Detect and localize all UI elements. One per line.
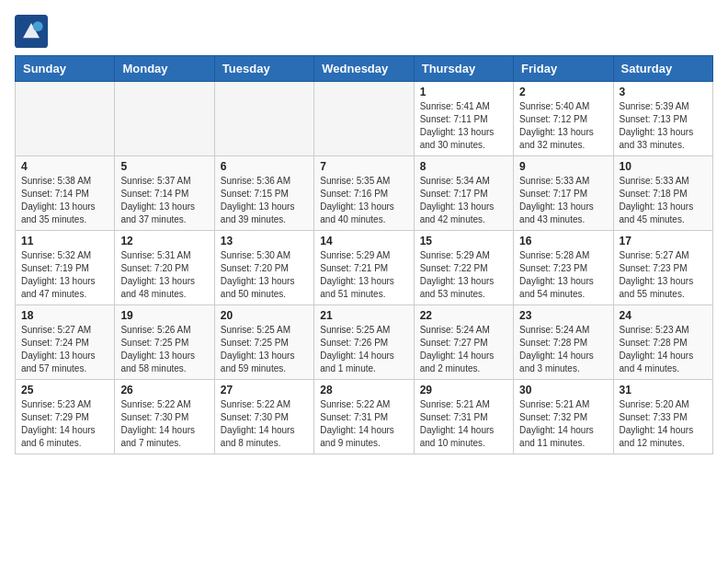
day-info: Sunrise: 5:34 AM Sunset: 7:17 PM Dayligh… (420, 175, 507, 226)
calendar-week-5: 25Sunrise: 5:23 AM Sunset: 7:29 PM Dayli… (16, 380, 713, 454)
calendar-cell: 29Sunrise: 5:21 AM Sunset: 7:31 PM Dayli… (414, 380, 513, 454)
day-number: 23 (519, 309, 607, 322)
calendar-cell: 13Sunrise: 5:30 AM Sunset: 7:20 PM Dayli… (214, 231, 313, 305)
day-info: Sunrise: 5:24 AM Sunset: 7:27 PM Dayligh… (420, 324, 507, 375)
calendar-cell: 25Sunrise: 5:23 AM Sunset: 7:29 PM Dayli… (16, 380, 115, 454)
calendar-header-saturday: Saturday (613, 56, 712, 82)
day-number: 1 (420, 86, 507, 98)
calendar-header-thursday: Thursday (414, 56, 513, 82)
calendar-cell: 20Sunrise: 5:25 AM Sunset: 7:25 PM Dayli… (214, 305, 313, 380)
calendar-cell: 3Sunrise: 5:39 AM Sunset: 7:13 PM Daylig… (613, 82, 712, 156)
calendar-cell: 31Sunrise: 5:20 AM Sunset: 7:33 PM Dayli… (613, 380, 712, 454)
day-info: Sunrise: 5:39 AM Sunset: 7:13 PM Dayligh… (620, 100, 707, 152)
calendar-header-monday: Monday (115, 56, 214, 82)
day-info: Sunrise: 5:28 AM Sunset: 7:23 PM Dayligh… (519, 249, 607, 301)
day-number: 11 (21, 235, 108, 247)
calendar-cell: 4Sunrise: 5:38 AM Sunset: 7:14 PM Daylig… (16, 156, 115, 231)
day-info: Sunrise: 5:25 AM Sunset: 7:25 PM Dayligh… (221, 324, 308, 375)
day-info: Sunrise: 5:26 AM Sunset: 7:25 PM Dayligh… (120, 324, 208, 375)
day-info: Sunrise: 5:35 AM Sunset: 7:16 PM Dayligh… (320, 175, 407, 226)
day-info: Sunrise: 5:41 AM Sunset: 7:11 PM Dayligh… (420, 100, 507, 152)
calendar-week-1: 1Sunrise: 5:41 AM Sunset: 7:11 PM Daylig… (16, 82, 713, 156)
calendar-cell (115, 82, 214, 156)
day-number: 7 (320, 160, 407, 173)
calendar-header-wednesday: Wednesday (314, 56, 414, 82)
day-number: 15 (420, 235, 507, 247)
day-info: Sunrise: 5:36 AM Sunset: 7:15 PM Dayligh… (221, 175, 308, 226)
calendar-header-tuesday: Tuesday (214, 56, 313, 82)
calendar-cell: 17Sunrise: 5:27 AM Sunset: 7:23 PM Dayli… (613, 231, 712, 305)
day-number: 3 (620, 86, 707, 98)
calendar-cell: 7Sunrise: 5:35 AM Sunset: 7:16 PM Daylig… (314, 156, 414, 231)
day-number: 26 (120, 384, 208, 396)
calendar-cell: 21Sunrise: 5:25 AM Sunset: 7:26 PM Dayli… (314, 305, 414, 380)
calendar-cell: 24Sunrise: 5:23 AM Sunset: 7:28 PM Dayli… (613, 305, 712, 380)
day-info: Sunrise: 5:33 AM Sunset: 7:17 PM Dayligh… (519, 175, 607, 226)
day-number: 16 (519, 235, 607, 247)
calendar-cell: 14Sunrise: 5:29 AM Sunset: 7:21 PM Dayli… (314, 231, 414, 305)
day-number: 18 (21, 309, 108, 322)
day-info: Sunrise: 5:23 AM Sunset: 7:29 PM Dayligh… (21, 398, 108, 450)
day-info: Sunrise: 5:30 AM Sunset: 7:20 PM Dayligh… (221, 249, 308, 301)
calendar-cell: 22Sunrise: 5:24 AM Sunset: 7:27 PM Dayli… (414, 305, 513, 380)
calendar-header-row: SundayMondayTuesdayWednesdayThursdayFrid… (16, 56, 713, 82)
day-number: 24 (620, 309, 707, 322)
calendar-week-2: 4Sunrise: 5:38 AM Sunset: 7:14 PM Daylig… (16, 156, 713, 231)
logo (15, 15, 51, 48)
page-header (15, 15, 713, 48)
calendar-header-friday: Friday (514, 56, 613, 82)
calendar-cell (314, 82, 414, 156)
calendar-cell: 10Sunrise: 5:33 AM Sunset: 7:18 PM Dayli… (613, 156, 712, 231)
day-info: Sunrise: 5:29 AM Sunset: 7:21 PM Dayligh… (320, 249, 407, 301)
calendar-cell: 19Sunrise: 5:26 AM Sunset: 7:25 PM Dayli… (115, 305, 214, 380)
calendar-cell: 28Sunrise: 5:22 AM Sunset: 7:31 PM Dayli… (314, 380, 414, 454)
calendar-cell: 26Sunrise: 5:22 AM Sunset: 7:30 PM Dayli… (115, 380, 214, 454)
day-number: 20 (221, 309, 308, 322)
calendar-cell: 6Sunrise: 5:36 AM Sunset: 7:15 PM Daylig… (214, 156, 313, 231)
day-info: Sunrise: 5:22 AM Sunset: 7:30 PM Dayligh… (221, 398, 308, 450)
day-number: 30 (519, 384, 607, 396)
calendar-cell (214, 82, 313, 156)
day-info: Sunrise: 5:33 AM Sunset: 7:18 PM Dayligh… (620, 175, 707, 226)
calendar-cell: 9Sunrise: 5:33 AM Sunset: 7:17 PM Daylig… (514, 156, 613, 231)
day-info: Sunrise: 5:21 AM Sunset: 7:31 PM Dayligh… (420, 398, 507, 450)
day-number: 5 (120, 160, 208, 173)
day-info: Sunrise: 5:22 AM Sunset: 7:31 PM Dayligh… (320, 398, 407, 450)
calendar-cell: 5Sunrise: 5:37 AM Sunset: 7:14 PM Daylig… (115, 156, 214, 231)
day-info: Sunrise: 5:23 AM Sunset: 7:28 PM Dayligh… (620, 324, 707, 375)
day-number: 12 (120, 235, 208, 247)
svg-point-2 (33, 21, 43, 31)
day-number: 22 (420, 309, 507, 322)
day-info: Sunrise: 5:37 AM Sunset: 7:14 PM Dayligh… (120, 175, 208, 226)
day-info: Sunrise: 5:25 AM Sunset: 7:26 PM Dayligh… (320, 324, 407, 375)
calendar: SundayMondayTuesdayWednesdayThursdayFrid… (15, 55, 713, 454)
calendar-cell: 2Sunrise: 5:40 AM Sunset: 7:12 PM Daylig… (514, 82, 613, 156)
day-number: 19 (120, 309, 208, 322)
day-number: 6 (221, 160, 308, 173)
calendar-cell: 16Sunrise: 5:28 AM Sunset: 7:23 PM Dayli… (514, 231, 613, 305)
day-number: 21 (320, 309, 407, 322)
day-info: Sunrise: 5:20 AM Sunset: 7:33 PM Dayligh… (620, 398, 707, 450)
day-info: Sunrise: 5:29 AM Sunset: 7:22 PM Dayligh… (420, 249, 507, 301)
day-number: 31 (620, 384, 707, 396)
day-number: 2 (519, 86, 607, 98)
day-number: 17 (620, 235, 707, 247)
calendar-cell: 18Sunrise: 5:27 AM Sunset: 7:24 PM Dayli… (16, 305, 115, 380)
calendar-header-sunday: Sunday (16, 56, 115, 82)
calendar-cell: 12Sunrise: 5:31 AM Sunset: 7:20 PM Dayli… (115, 231, 214, 305)
day-number: 8 (420, 160, 507, 173)
day-number: 4 (21, 160, 108, 173)
logo-icon (15, 15, 48, 48)
day-info: Sunrise: 5:21 AM Sunset: 7:32 PM Dayligh… (519, 398, 607, 450)
day-number: 9 (519, 160, 607, 173)
day-number: 29 (420, 384, 507, 396)
calendar-week-3: 11Sunrise: 5:32 AM Sunset: 7:19 PM Dayli… (16, 231, 713, 305)
day-info: Sunrise: 5:31 AM Sunset: 7:20 PM Dayligh… (120, 249, 208, 301)
calendar-cell: 11Sunrise: 5:32 AM Sunset: 7:19 PM Dayli… (16, 231, 115, 305)
calendar-cell: 30Sunrise: 5:21 AM Sunset: 7:32 PM Dayli… (514, 380, 613, 454)
calendar-cell (16, 82, 115, 156)
day-info: Sunrise: 5:27 AM Sunset: 7:23 PM Dayligh… (620, 249, 707, 301)
calendar-cell: 23Sunrise: 5:24 AM Sunset: 7:28 PM Dayli… (514, 305, 613, 380)
calendar-week-4: 18Sunrise: 5:27 AM Sunset: 7:24 PM Dayli… (16, 305, 713, 380)
day-number: 28 (320, 384, 407, 396)
